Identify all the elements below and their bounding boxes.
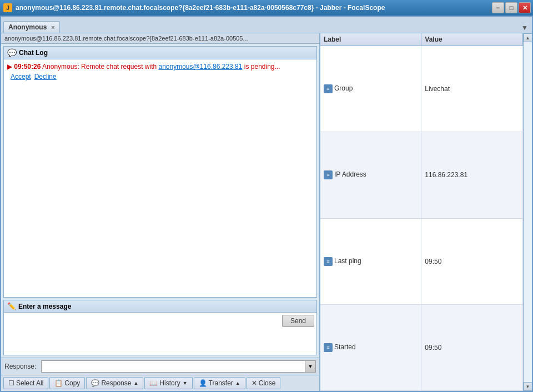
close-chat-button[interactable]: ✕ Close: [247, 377, 281, 389]
decline-link[interactable]: Decline: [34, 73, 57, 81]
right-scrollbar: ▲ ▼: [523, 33, 532, 391]
main-window: Anonymous × ▼ anonymous@116.86.223.81.re…: [0, 16, 533, 392]
transfer-icon: 👤: [199, 379, 207, 387]
title-bar-left: J anonymous@116.86.223.81.remote.chat.fo…: [3, 3, 385, 12]
property-value: 09:50: [421, 218, 523, 304]
jid-bar: anonymous@116.86.223.81.remote.chat.foca…: [1, 33, 319, 44]
properties-panel: Label Value ≡Group Livechat ≡IP Address …: [320, 33, 523, 391]
send-button-container: Send: [282, 315, 314, 327]
message-input-area: Send: [4, 313, 316, 355]
response-btn-label: Response: [101, 379, 131, 387]
property-value: 116.86.223.81: [421, 132, 523, 218]
message-timestamp: 09:50:26: [14, 63, 41, 71]
response-label: Response:: [4, 363, 38, 370]
scroll-down-arrow[interactable]: ▼: [524, 382, 532, 391]
scrollbar-track: [524, 42, 532, 382]
message-input[interactable]: [6, 315, 314, 351]
accept-link[interactable]: Accept: [11, 73, 31, 81]
message-link[interactable]: anonymous@116.86.223.81: [159, 63, 243, 71]
property-row: ≡IP Address 116.86.223.81: [320, 132, 523, 218]
close-chat-icon: ✕: [252, 379, 257, 387]
scroll-up-arrow[interactable]: ▲: [524, 33, 532, 42]
response-button[interactable]: 💬 Response ▲: [86, 377, 143, 389]
property-label: ≡Group: [320, 46, 421, 132]
response-bar: Response: ▼: [1, 358, 319, 375]
property-icon: ≡: [324, 257, 333, 266]
left-panel: anonymous@116.86.223.81.remote.chat.foca…: [1, 33, 320, 391]
value-column-header: Value: [421, 33, 523, 46]
tab-bar: Anonymous × ▼: [1, 17, 532, 33]
send-button[interactable]: Send: [282, 315, 314, 327]
title-bar-buttons: − □ ✕: [492, 2, 531, 13]
property-icon: ≡: [324, 343, 333, 352]
tab-label: Anonymous: [8, 23, 47, 31]
edit-icon: ✏️: [7, 302, 16, 310]
copy-label: Copy: [64, 379, 80, 387]
close-window-button[interactable]: ✕: [519, 2, 531, 13]
content-area: anonymous@116.86.223.81.remote.chat.foca…: [1, 33, 532, 391]
message-pre-link: Remote chat request with: [79, 63, 159, 71]
property-row: ≡Started 09:50: [320, 304, 523, 390]
message-sender: Anonymous:: [42, 63, 79, 71]
copy-icon: 📋: [54, 379, 63, 387]
message-post-link: is pending...: [242, 63, 280, 71]
property-icon: ≡: [324, 84, 333, 93]
select-all-icon: ☐: [8, 379, 14, 387]
select-all-label: Select All: [16, 379, 43, 387]
transfer-label: Transfer: [209, 379, 233, 387]
property-value: 09:50: [421, 304, 523, 390]
property-icon: ≡: [324, 170, 333, 179]
close-chat-label: Close: [259, 379, 276, 387]
chat-log-header: 💬 Chat Log: [4, 47, 316, 59]
enter-message-header: ✏️ Enter a message: [4, 300, 316, 313]
chat-log-section: 💬 Chat Log ▶ 09:50:26 Anonymous: Remote …: [3, 46, 317, 298]
property-value: Livechat: [421, 46, 523, 132]
message-arrow: ▶: [7, 63, 14, 71]
property-row: ≡Group Livechat: [320, 46, 523, 132]
chat-actions: Accept Decline: [7, 72, 313, 83]
property-label: ≡IP Address: [320, 132, 421, 218]
title-bar: J anonymous@116.86.223.81.remote.chat.fo…: [0, 0, 533, 16]
property-row: ≡Last ping 09:50: [320, 218, 523, 304]
app-icon: J: [3, 3, 12, 12]
property-label: ≡Last ping: [320, 218, 421, 304]
history-label: History: [159, 379, 180, 387]
anonymous-tab[interactable]: Anonymous ×: [3, 21, 60, 33]
property-label: ≡Started: [320, 304, 421, 390]
tab-dropdown-button[interactable]: ▼: [520, 23, 530, 33]
minimize-button[interactable]: −: [492, 2, 504, 13]
history-dropdown-icon: ▼: [183, 380, 188, 386]
chat-log-content: ▶ 09:50:26 Anonymous: Remote chat reques…: [4, 59, 316, 297]
copy-button[interactable]: 📋 Copy: [49, 377, 85, 389]
bottom-toolbar: ☐ Select All 📋 Copy 💬 Response ▲ 📖 Histo…: [1, 375, 319, 391]
enter-message-section: ✏️ Enter a message Send: [3, 300, 317, 355]
enter-message-title: Enter a message: [18, 303, 71, 310]
right-panel: Label Value ≡Group Livechat ≡IP Address …: [320, 33, 532, 391]
window-title: anonymous@116.86.223.81.remote.chat.foca…: [16, 4, 385, 12]
tab-close-icon[interactable]: ×: [51, 24, 54, 31]
history-button[interactable]: 📖 History ▼: [144, 377, 192, 389]
history-icon: 📖: [149, 379, 158, 387]
chat-log-title: Chat Log: [19, 49, 48, 57]
chat-log-icon: 💬: [7, 48, 17, 57]
label-column-header: Label: [320, 33, 421, 46]
transfer-dropdown-icon: ▲: [235, 380, 240, 386]
response-select-wrapper: ▼: [41, 360, 316, 373]
transfer-button[interactable]: 👤 Transfer ▲: [194, 377, 245, 389]
response-icon: 💬: [91, 379, 99, 387]
response-select[interactable]: [41, 360, 316, 373]
response-dropdown-icon: ▲: [133, 380, 138, 386]
properties-table: Label Value ≡Group Livechat ≡IP Address …: [320, 33, 523, 391]
select-all-button[interactable]: ☐ Select All: [3, 377, 48, 389]
chat-message: ▶ 09:50:26 Anonymous: Remote chat reques…: [7, 62, 313, 72]
maximize-button[interactable]: □: [505, 2, 517, 13]
